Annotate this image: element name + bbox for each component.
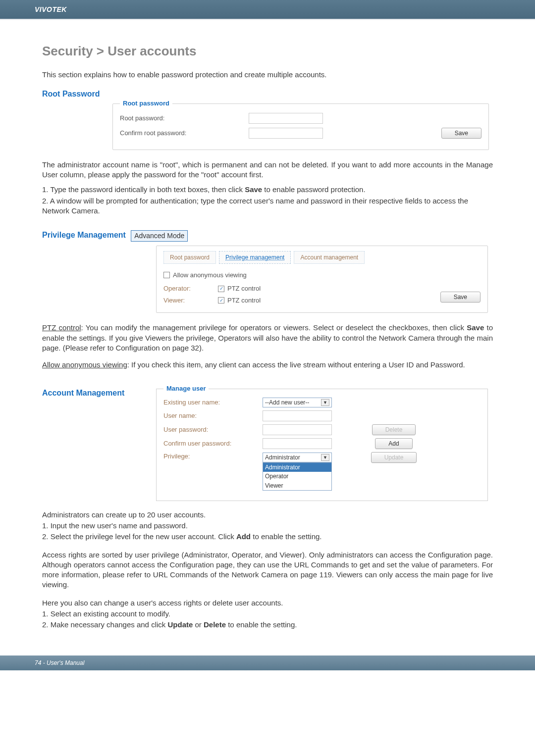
intro-text: This section explains how to enable pass… <box>42 70 493 80</box>
add-button[interactable]: Add <box>375 438 412 449</box>
bold: Add <box>236 532 251 541</box>
acct-step-1: 1. Input the new user's name and passwor… <box>42 521 493 531</box>
user-password-input[interactable] <box>263 424 332 435</box>
root-password-legend: Root password <box>120 99 172 108</box>
ptz-control-label: PTZ control <box>227 284 261 293</box>
anon-link: Allow anonymous viewing <box>42 360 127 369</box>
allow-anonymous-label: Allow anonymous viewing <box>173 271 247 280</box>
bold: Update <box>167 620 193 629</box>
text: 2. Select the privilege level for the ne… <box>42 532 236 541</box>
root-step-2: 2. A window will be prompted for authent… <box>42 196 493 216</box>
user-password-label: User password: <box>163 425 263 434</box>
manage-user-legend: Manage user <box>163 384 209 393</box>
existing-user-select[interactable]: --Add new user-- ▼ <box>263 398 332 407</box>
text: : You can modify the management privileg… <box>81 323 467 332</box>
ptz-control-label: PTZ control <box>227 296 261 305</box>
ptz-desc: PTZ control: You can modify the manageme… <box>42 323 493 353</box>
root-password-input[interactable] <box>249 113 323 124</box>
bold: Save <box>467 323 484 332</box>
username-input[interactable] <box>263 410 332 421</box>
tab-account-management[interactable]: Account management <box>294 251 365 264</box>
brand-text: VIVOTEK <box>35 5 67 13</box>
privilege-dropdown[interactable]: Administrator Operator Viewer <box>263 462 332 491</box>
bold: Delete <box>204 620 226 629</box>
confirm-root-password-label: Confirm root password: <box>120 129 249 138</box>
acct-modify-1: 1. Select an existing account to modify. <box>42 609 493 619</box>
text: 2. A window will be prompted for authent… <box>42 196 493 216</box>
confirm-user-password-input[interactable] <box>263 438 332 449</box>
root-password-group: Root password Root password: Confirm roo… <box>112 103 489 150</box>
delete-button[interactable]: Delete <box>372 424 416 435</box>
page-title: Security > User accounts <box>42 43 493 60</box>
chevron-down-icon: ▼ <box>321 454 329 461</box>
page-number: 74 - User's Manual <box>35 659 84 666</box>
username-label: User name: <box>163 411 263 420</box>
confirm-root-password-input[interactable] <box>249 128 323 139</box>
option-viewer[interactable]: Viewer <box>263 481 331 490</box>
existing-user-label: Existing user name: <box>163 398 263 407</box>
root-password-label: Root password: <box>120 114 249 123</box>
root-step-1: 1. Type the password identically in both… <box>42 185 493 195</box>
confirm-user-password-label: Confirm user password: <box>163 439 263 448</box>
acct-desc-line0: Administrators can create up to 20 user … <box>42 510 493 520</box>
privilege-heading: Privilege Management <box>42 231 126 239</box>
text: to enable the setting. <box>251 532 321 541</box>
privilege-select[interactable]: Administrator ▼ <box>263 453 332 462</box>
text: 2. Make necessary changes and click <box>42 620 167 629</box>
text: to enable password protection. <box>262 185 365 194</box>
account-management-heading: Account Management <box>42 388 156 399</box>
root-password-heading: Root Password <box>42 89 493 100</box>
ptz-control-link: PTZ control <box>42 323 81 332</box>
select-value: Administrator <box>265 454 300 461</box>
operator-ptz-checkbox[interactable]: ✓ <box>218 286 224 292</box>
anon-desc: Allow anonymous viewing: If you check th… <box>42 360 493 370</box>
save-button[interactable]: Save <box>441 128 482 139</box>
privilege-label: Privilege: <box>163 452 263 461</box>
text: to enable the setting. <box>226 620 297 629</box>
save-button[interactable]: Save <box>440 292 481 302</box>
text: 1. Type the password identically in both… <box>42 185 245 194</box>
allow-anonymous-checkbox[interactable] <box>163 272 170 278</box>
privilege-group: Root password Privilege management Accou… <box>156 246 488 313</box>
update-button[interactable]: Update <box>371 452 417 463</box>
acct-step-2: 2. Select the privilege level for the ne… <box>42 532 493 542</box>
text: : If you check this item, any client can… <box>127 360 465 369</box>
operator-label: Operator: <box>163 284 198 293</box>
select-value: --Add new user-- <box>265 399 309 406</box>
root-desc: The administrator account name is "root"… <box>42 160 493 180</box>
viewer-label: Viewer: <box>163 296 198 305</box>
option-operator[interactable]: Operator <box>263 472 331 481</box>
footer-bar: 74 - User's Manual <box>0 655 535 670</box>
bold: Save <box>245 185 262 194</box>
acct-para-rights: Access rights are sorted by user privile… <box>42 550 493 590</box>
tabs: Root password Privilege management Accou… <box>163 251 481 264</box>
header-bar: VIVOTEK <box>0 0 535 19</box>
option-administrator[interactable]: Administrator <box>263 463 331 472</box>
chevron-down-icon: ▼ <box>321 399 329 406</box>
tab-root-password[interactable]: Root password <box>163 251 216 264</box>
acct-para3: Here you also can change a user's access… <box>42 598 493 608</box>
advanced-mode-badge: Advanced Mode <box>131 230 188 242</box>
tab-privilege-management[interactable]: Privilege management <box>219 251 291 264</box>
viewer-ptz-checkbox[interactable]: ✓ <box>218 297 224 303</box>
manage-user-group: Manage user Existing user name: --Add ne… <box>156 389 488 501</box>
acct-modify-2: 2. Make necessary changes and click Upda… <box>42 620 493 630</box>
text: or <box>193 620 204 629</box>
